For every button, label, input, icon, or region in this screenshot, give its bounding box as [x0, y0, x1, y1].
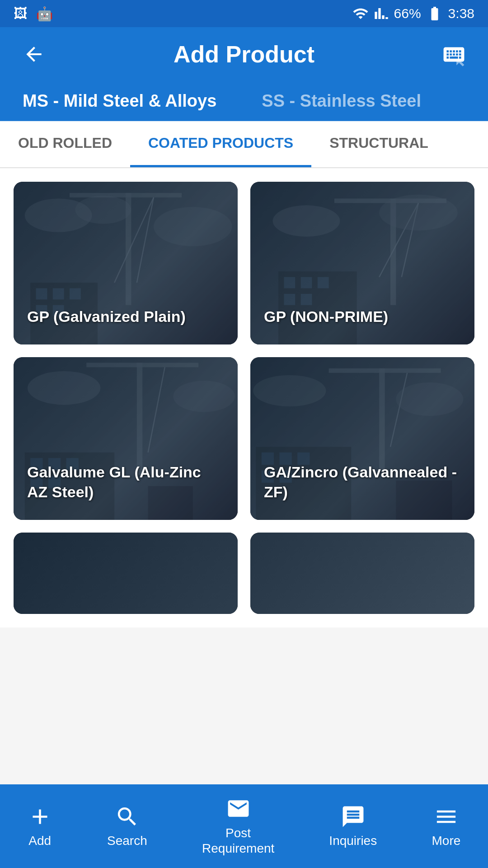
nav-add-label: Add	[28, 834, 51, 848]
svg-rect-49	[329, 368, 441, 373]
mail-icon	[226, 796, 251, 821]
nav-add[interactable]: Add	[28, 804, 52, 848]
sub-tabs: OLD ROLLED COATED PRODUCTS STRUCTURAL	[0, 121, 488, 168]
svg-rect-16	[284, 277, 295, 288]
svg-point-13	[154, 207, 232, 246]
svg-rect-18	[318, 277, 329, 288]
svg-rect-36	[86, 363, 198, 367]
nav-post-label: Post Requirement	[202, 826, 274, 856]
tab-ms[interactable]: MS - Mild Steel & Alloys	[0, 81, 239, 121]
app-bar: Add Product	[0, 27, 488, 81]
page-title: Add Product	[174, 41, 314, 68]
nav-search[interactable]: Search	[107, 804, 147, 848]
chat-icon	[341, 804, 366, 829]
card-bg-partial-2	[250, 533, 474, 614]
plus-icon	[28, 804, 52, 829]
image-icon: 🖼	[14, 6, 27, 21]
svg-rect-20	[301, 294, 312, 305]
battery-percentage: 66%	[394, 6, 421, 21]
time-display: 3:38	[448, 6, 474, 21]
svg-rect-35	[137, 363, 142, 475]
signal-icon	[374, 6, 389, 21]
back-button[interactable]	[18, 38, 50, 70]
svg-rect-2	[36, 288, 47, 300]
wifi-icon	[352, 5, 369, 22]
product-label-gp-non-prime: GP (NON-PRIME)	[264, 307, 461, 326]
tab-cold-rolled[interactable]: OLD ROLLED	[0, 121, 130, 167]
svg-rect-3	[53, 288, 64, 300]
nav-more[interactable]: More	[432, 804, 461, 848]
battery-icon	[427, 5, 443, 22]
nav-search-label: Search	[107, 834, 147, 848]
product-card-gp-non-prime[interactable]: GP (NON-PRIME)	[250, 182, 474, 344]
menu-icon	[434, 804, 459, 829]
tab-ss[interactable]: SS - Stainless Steel	[239, 81, 444, 121]
product-card-ga-zincro[interactable]: GA/Zincro (Galvannealed -ZF)	[250, 357, 474, 520]
nav-inquiries-label: Inquiries	[329, 834, 377, 848]
tab-coated-products[interactable]: COATED PRODUCTS	[130, 121, 311, 167]
product-label-ga-zincro: GA/Zincro (Galvannealed -ZF)	[264, 462, 461, 502]
nav-post[interactable]: Post Requirement	[202, 796, 274, 856]
svg-point-51	[253, 375, 326, 406]
svg-rect-17	[301, 277, 312, 288]
nav-more-label: More	[432, 834, 461, 848]
product-card-partial-2[interactable]	[250, 533, 474, 614]
svg-rect-8	[70, 193, 182, 198]
nav-inquiries[interactable]: Inquiries	[329, 804, 377, 848]
product-card-partial-1[interactable]	[14, 533, 238, 614]
svg-point-52	[396, 382, 463, 416]
product-label-galvalume: Galvalume GL (Alu-Zinc AZ Steel)	[27, 462, 224, 502]
svg-point-39	[173, 381, 235, 412]
category-tabs: MS - Mild Steel & Alloys SS - Stainless …	[0, 81, 488, 121]
card-bg-partial-1	[14, 533, 238, 614]
svg-rect-19	[284, 294, 295, 305]
tab-structural[interactable]: STRUCTURAL	[311, 121, 446, 167]
status-bar: 🖼 🤖 66% 3:38	[0, 0, 488, 27]
status-right-info: 66% 3:38	[352, 5, 474, 22]
svg-rect-48	[379, 368, 385, 469]
product-label-gp: GP (Galvanized Plain)	[27, 307, 224, 326]
product-card-galvalume[interactable]: Galvalume GL (Alu-Zinc AZ Steel)	[14, 357, 238, 520]
robot-icon: 🤖	[36, 6, 53, 22]
svg-point-25	[273, 205, 340, 236]
svg-rect-4	[70, 288, 81, 300]
product-grid: GP (Galvanized Plain) GP (NON-PRIME)	[0, 168, 488, 627]
bottom-nav: Add Search Post Requirement Inquiries Mo…	[0, 784, 488, 868]
svg-point-26	[379, 195, 458, 231]
status-left-icons: 🖼 🤖	[14, 6, 53, 22]
svg-point-38	[28, 371, 100, 405]
product-card-gp[interactable]: GP (Galvanized Plain)	[14, 182, 238, 344]
svg-point-12	[75, 196, 131, 224]
keyboard-button[interactable]	[438, 38, 470, 70]
search-icon	[115, 804, 140, 829]
